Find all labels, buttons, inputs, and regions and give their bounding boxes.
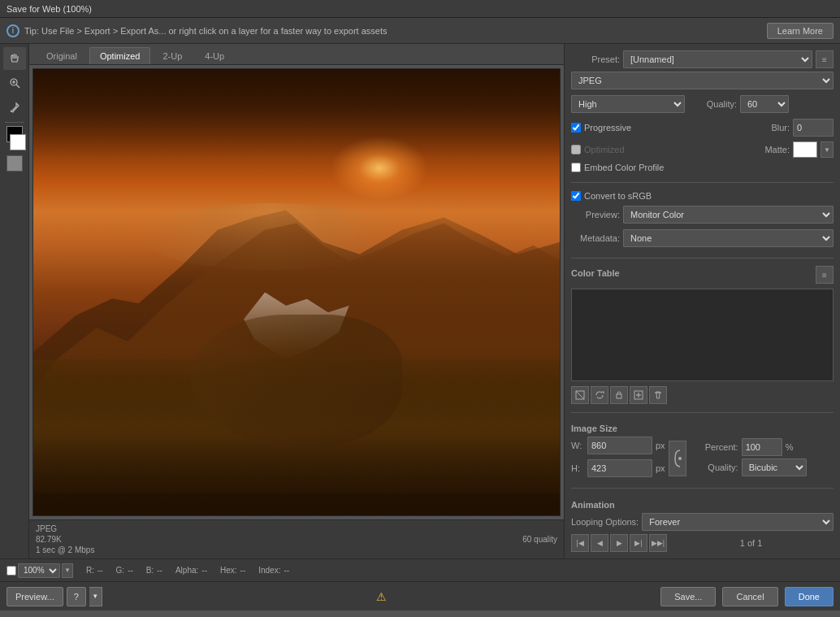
zoom-dropdown[interactable]: ▼ [62,563,73,578]
alpha-channel: Alpha: -- [175,566,207,575]
anim-last-button[interactable]: ▶▶| [649,534,667,552]
preset-menu-button[interactable]: ≡ [816,50,834,68]
progressive-checkbox[interactable] [571,123,581,133]
height-label: H: [571,463,584,473]
convert-srgb-checkbox[interactable] [571,191,581,201]
quality-drop-select[interactable]: Bicubic [742,458,807,476]
format-select[interactable]: JPEG [571,72,834,89]
optimized-checkbox[interactable] [571,145,581,154]
image-size-section: Image Size W: px H: px [571,424,834,480]
width-row: W: px [571,437,665,454]
color-table-lock-icon[interactable] [610,386,628,404]
hex-label: Hex: [220,566,237,575]
width-input[interactable] [587,437,652,454]
frame-counter: 1 of 1 [669,538,834,548]
preview-select[interactable]: Monitor Color [623,206,834,224]
done-button[interactable]: Done [785,587,834,606]
g-value: -- [128,566,133,575]
index-label: Index: [258,566,280,575]
preset-row: Preset: [Unnamed] ≡ [571,50,834,68]
color-table-menu-button[interactable]: ≡ [816,266,834,284]
metadata-select[interactable]: None [623,229,834,247]
progressive-label: Progressive [584,123,631,133]
color-table-map-icon[interactable] [571,386,589,404]
preview-button[interactable]: Preview... [6,587,63,606]
constrain-proportions-button[interactable] [669,441,686,476]
image-info-bar: JPEG 82.79K 1 sec @ 2 Mbps 60 quality [29,519,564,558]
color-table-delete-icon[interactable] [649,386,667,404]
tab-2up[interactable]: 2-Up [152,47,193,64]
matte-swatch[interactable] [793,141,817,158]
quality-drop-label: Quality: [690,463,738,472]
anim-next-button[interactable]: ▶| [630,534,647,552]
height-unit: px [656,463,665,473]
alpha-label: Alpha: [175,566,198,575]
preview-image [33,69,560,515]
matte-label: Matte: [741,145,790,154]
preview-checkbox[interactable] [6,566,16,576]
percent-label: Percent: [690,442,738,452]
quality-value-select[interactable]: 60 [740,95,789,113]
action-center: ⚠ [376,590,387,603]
looping-select[interactable]: Forever [642,513,834,531]
tab-optimized[interactable]: Optimized [89,47,151,64]
window-title: Save for Web (100%) [6,4,92,14]
help-button[interactable]: ? [67,587,86,606]
learn-more-button[interactable]: Learn More [767,23,834,39]
tip-text: Tip: Use File > Export > Export As... or… [24,26,762,36]
preview-dropdown[interactable]: ▼ [89,587,102,606]
svg-point-11 [678,457,682,460]
alpha-value: -- [201,566,207,575]
animation-section: Animation Looping Options: Forever |◀ ◀ … [571,500,834,552]
cancel-button[interactable]: Cancel [722,587,777,606]
left-toolbar [0,44,29,558]
tab-original[interactable]: Original [36,47,88,64]
zoom-control: 100% ▼ [6,563,73,578]
tabs-bar: Original Optimized 2-Up 4-Up [29,44,564,65]
hex-value-display: Hex: -- [220,566,245,575]
quality-drop-row: Quality: Bicubic [690,458,807,476]
color-table-area [571,289,834,380]
tab-4up[interactable]: 4-Up [194,47,235,64]
svg-line-6 [576,391,584,399]
image-canvas [32,68,561,516]
quality-level-select[interactable]: High Low Medium Maximum [571,95,685,113]
embed-color-profile-checkbox[interactable] [571,163,581,172]
divider-4 [571,488,834,489]
background-color-swatch[interactable] [10,134,26,150]
percent-row: Percent: % [690,438,807,456]
image-info-left: JPEG 82.79K 1 sec @ 2 Mbps [36,524,94,554]
g-channel: G: -- [116,566,133,575]
height-input[interactable] [587,459,652,477]
hand-tool[interactable] [3,47,26,70]
title-bar: Save for Web (100%) [0,0,840,18]
tool-divider [5,122,24,123]
warning-icon: ⚠ [376,590,387,603]
color-table-label: Color Table [571,268,620,278]
color-table-add-icon[interactable] [630,386,647,404]
canvas-area: Original Optimized 2-Up 4-Up [29,44,564,558]
save-button[interactable]: Save... [660,587,716,606]
toggle-colors[interactable] [6,155,23,172]
looping-options-label: Looping Options: [571,517,639,527]
convert-srgb-row: Convert to sRGB [571,191,834,201]
zoom-select[interactable]: 100% [18,563,60,578]
anim-first-button[interactable]: |◀ [571,534,589,552]
r-label: R: [86,566,94,575]
b-value: -- [157,566,162,575]
preset-select[interactable]: [Unnamed] [623,50,812,68]
percent-input[interactable] [742,438,782,456]
color-table-refresh-icon[interactable] [591,386,608,404]
animation-label: Animation [571,500,615,510]
eyedropper-tool[interactable] [3,96,26,119]
anim-prev-button[interactable]: ◀ [591,534,608,552]
right-panel: Preset: [Unnamed] ≡ JPEG High Low Medium… [564,44,840,558]
zoom-tool[interactable] [3,72,26,94]
tip-bar: i Tip: Use File > Export > Export As... … [0,18,840,44]
anim-play-button[interactable]: ▶ [610,534,628,552]
action-left: Preview... ? ▼ [6,587,102,606]
svg-line-4 [11,111,11,111]
b-channel: B: -- [146,566,162,575]
matte-dropdown[interactable]: ▼ [821,141,834,158]
blur-input[interactable] [793,119,834,137]
